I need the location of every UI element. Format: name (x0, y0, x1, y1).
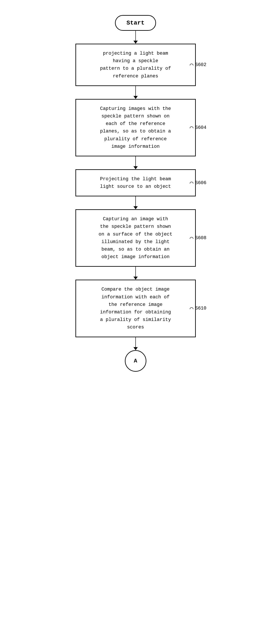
arrow-1 (133, 31, 138, 44)
step-s606-text: Projecting the light beamlight source to… (100, 176, 171, 189)
step-s610-text: Compare the object imageinformation with… (100, 287, 171, 330)
step-s602-label: ⌒ S602 (190, 61, 207, 68)
arrow-6 (133, 337, 138, 350)
arrow-3 (133, 156, 138, 169)
step-s610-label: ⌒ S610 (190, 305, 207, 312)
arrow-5 (133, 267, 138, 280)
arrow-2 (133, 86, 138, 99)
s608-curve-icon: ⌒ (190, 234, 193, 242)
step-s606-box: Projecting the light beamlight source to… (75, 169, 196, 196)
step-s608-text: Capturing an image withthe speckle patte… (99, 216, 172, 260)
start-node-wrapper: Start (60, 15, 211, 31)
s602-curve-icon: ⌒ (190, 61, 193, 68)
step-s610-box: Compare the object imageinformation with… (75, 280, 196, 337)
flowchart: Start projecting a light beamhaving a sp… (60, 8, 211, 372)
step-s604-text: Capturing images with thespeckle pattern… (100, 106, 171, 149)
arrow-head-2 (133, 96, 138, 99)
s606-label-text: S606 (195, 180, 207, 186)
s606-curve-icon: ⌒ (190, 179, 193, 186)
arrow-head-1 (133, 41, 138, 44)
step-s608-wrapper: Capturing an image withthe speckle patte… (60, 209, 211, 267)
step-s602-box: projecting a light beamhaving a specklep… (75, 44, 196, 86)
arrow-line-3 (135, 156, 136, 166)
arrow-line-1 (135, 31, 136, 41)
s604-label-text: S604 (195, 125, 207, 130)
arrow-line-4 (135, 196, 136, 206)
s608-label-text: S608 (195, 235, 207, 241)
step-s602-wrapper: projecting a light beamhaving a specklep… (60, 44, 211, 86)
s604-curve-icon: ⌒ (190, 124, 193, 131)
s610-curve-icon: ⌒ (190, 305, 193, 312)
arrow-line-6 (135, 337, 136, 347)
step-s602-text: projecting a light beamhaving a specklep… (100, 51, 171, 79)
end-node: A (125, 350, 146, 372)
arrow-head-3 (133, 166, 138, 169)
step-s608-box: Capturing an image withthe speckle patte… (75, 209, 196, 267)
step-s606-wrapper: Projecting the light beamlight source to… (60, 169, 211, 196)
step-s604-wrapper: Capturing images with thespeckle pattern… (60, 99, 211, 156)
step-s604-box: Capturing images with thespeckle pattern… (75, 99, 196, 156)
step-s604-label: ⌒ S604 (190, 124, 207, 131)
s610-label-text: S610 (195, 306, 207, 311)
arrow-line-2 (135, 86, 136, 96)
arrow-head-5 (133, 276, 138, 280)
arrow-head-4 (133, 206, 138, 209)
arrow-line-5 (135, 267, 136, 276)
end-node-wrapper: A (60, 350, 211, 372)
step-s606-label: ⌒ S606 (190, 179, 207, 186)
arrow-4 (133, 196, 138, 209)
start-node: Start (115, 15, 156, 31)
s602-label-text: S602 (195, 62, 207, 68)
step-s610-wrapper: Compare the object imageinformation with… (60, 280, 211, 337)
step-s608-label: ⌒ S608 (190, 234, 207, 242)
arrow-head-6 (133, 347, 138, 350)
